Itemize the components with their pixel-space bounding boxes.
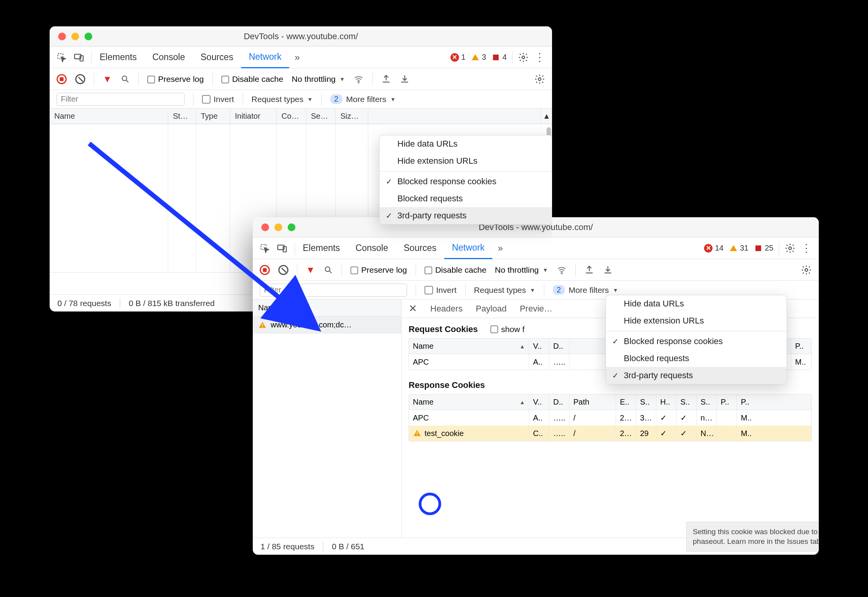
tab-sources[interactable]: Sources [193,47,241,68]
tab-headers[interactable]: Headers [430,304,462,314]
info-count[interactable]: 25 [754,244,773,253]
tab-network[interactable]: Network [241,47,289,68]
menu-item-hide-ext-urls[interactable]: Hide extension URLs [380,152,552,170]
close-window-button[interactable] [58,33,66,40]
invert-checkbox[interactable]: Invert [202,95,234,104]
throttling-select[interactable]: No throttling▼ [292,74,345,84]
settings-icon[interactable] [518,52,529,63]
menu-item-hide-data-urls[interactable]: Hide data URLs [380,135,552,152]
col-content[interactable]: Co… [277,109,306,124]
preserve-log-checkbox[interactable]: Preserve log [147,74,204,84]
col-size[interactable]: Siz… [336,109,368,124]
info-count[interactable]: 4 [492,53,507,62]
panel-tabs: Elements Console Sources Network » 1 3 4… [50,47,552,68]
filter-input[interactable] [57,93,185,106]
menu-item-third-party[interactable]: 3rd-party requests [606,367,787,384]
titlebar: DevTools - www.youtube.com/ [50,26,552,47]
more-filters-dropdown[interactable]: 2 More filters▼ [553,285,618,295]
error-count[interactable]: 1 [450,53,466,62]
tab-preview[interactable]: Previe… [520,304,552,314]
svg-point-7 [538,78,541,80]
request-count: 1 / 85 requests [261,542,314,551]
request-types-dropdown[interactable]: Request types▼ [252,95,313,104]
filter-bar: Invert Request types▼ 2 More filters▼ [50,90,552,109]
tab-console[interactable]: Console [145,47,193,68]
svg-point-14 [561,273,562,273]
export-har-icon[interactable] [400,74,410,84]
blocked-cookie-tooltip: Setting this cookie was blocked due to t… [686,522,819,552]
minimize-window-button[interactable] [71,33,79,40]
close-detail-icon[interactable]: ✕ [409,303,417,315]
devtools-window-2: DevTools - www.youtube.com/ Elements Con… [253,217,819,555]
network-settings-icon[interactable] [534,74,545,85]
network-toolbar: ▼ Preserve log Disable cache No throttli… [50,68,552,90]
warning-count[interactable]: 3 [471,53,486,62]
menu-item-blocked-requests[interactable]: Blocked requests [380,190,552,207]
svg-rect-19 [417,435,418,436]
clear-button[interactable] [75,74,85,84]
network-conditions-icon[interactable] [557,265,567,275]
tab-payload[interactable]: Payload [476,304,507,314]
filter-icon[interactable]: ▼ [103,74,112,85]
zoom-window-button[interactable] [85,33,92,40]
invert-checkbox[interactable]: Invert [425,286,457,295]
tab-sources[interactable]: Sources [396,237,444,259]
filter-count-badge: 2 [553,285,565,295]
menu-item-blocked-cookies[interactable]: Blocked response cookies [380,173,552,190]
device-toolbar-icon[interactable] [74,52,85,63]
disable-cache-checkbox[interactable]: Disable cache [221,74,283,84]
response-cookies-table: Name▲ V.. D.. Path E.. S.. H.. S.. S.. P… [409,394,812,441]
disable-cache-checkbox[interactable]: Disable cache [425,265,487,275]
more-tabs-icon[interactable]: » [492,243,508,254]
warning-icon [471,53,480,62]
col-status[interactable]: St… [168,109,196,124]
menu-item-third-party[interactable]: 3rd-party requests [380,207,552,224]
transfer-size: 0 B / 651 [332,542,364,551]
col-set[interactable]: Se… [306,109,336,124]
network-settings-icon[interactable] [801,265,812,275]
svg-point-12 [789,247,792,249]
col-type[interactable]: Type [196,109,230,124]
sort-indicator[interactable]: ▲ [541,109,552,124]
warning-icon [729,244,738,253]
annotation-circle [419,493,441,515]
svg-point-15 [805,268,808,271]
export-har-icon[interactable] [603,265,613,275]
svg-point-5 [122,76,127,81]
info-icon [492,53,500,62]
more-tabs-icon[interactable]: » [289,52,305,63]
svg-point-4 [522,56,525,59]
table-row-blocked[interactable]: test_cookie C.. ….. / 2… 29 ✓ ✓ N… M.. [409,426,811,441]
search-icon[interactable] [121,74,130,84]
menu-item-blocked-cookies[interactable]: Blocked response cookies [606,333,787,350]
kebab-menu-icon[interactable]: ⋮ [801,242,812,254]
error-icon [450,53,459,62]
svg-rect-3 [493,54,499,60]
record-button[interactable] [57,74,67,84]
col-initiator[interactable]: Initiator [230,109,277,124]
table-row[interactable]: APC A.. ….. / 2… 3… ✓ ✓ n… M.. [409,410,811,426]
tab-elements[interactable]: Elements [92,47,145,68]
request-types-dropdown[interactable]: Request types▼ [474,286,535,295]
preserve-log-checkbox[interactable]: Preserve log [350,265,407,275]
menu-item-hide-data-urls[interactable]: Hide data URLs [606,295,787,312]
throttling-select[interactable]: No throttling▼ [495,265,548,275]
svg-rect-18 [417,432,418,434]
error-count[interactable]: 14 [704,244,723,253]
error-icon [704,244,713,253]
menu-item-hide-ext-urls[interactable]: Hide extension URLs [606,312,787,329]
import-har-icon[interactable] [381,74,391,84]
tab-network[interactable]: Network [444,237,492,259]
import-har-icon[interactable] [584,265,594,275]
inspect-element-icon[interactable] [57,52,67,62]
settings-icon[interactable] [785,243,796,254]
more-filters-dropdown[interactable]: 2 More filters▼ [330,94,396,104]
col-name[interactable]: Name [50,109,168,124]
network-conditions-icon[interactable] [354,74,364,84]
kebab-menu-icon[interactable]: ⋮ [534,51,545,64]
menu-item-blocked-requests[interactable]: Blocked requests [606,350,787,367]
show-filtered-checkbox[interactable]: show f [490,325,525,334]
warning-count[interactable]: 31 [729,244,749,253]
more-filters-menu: Hide data URLs Hide extension URLs Block… [379,135,552,225]
tab-console[interactable]: Console [348,237,396,259]
